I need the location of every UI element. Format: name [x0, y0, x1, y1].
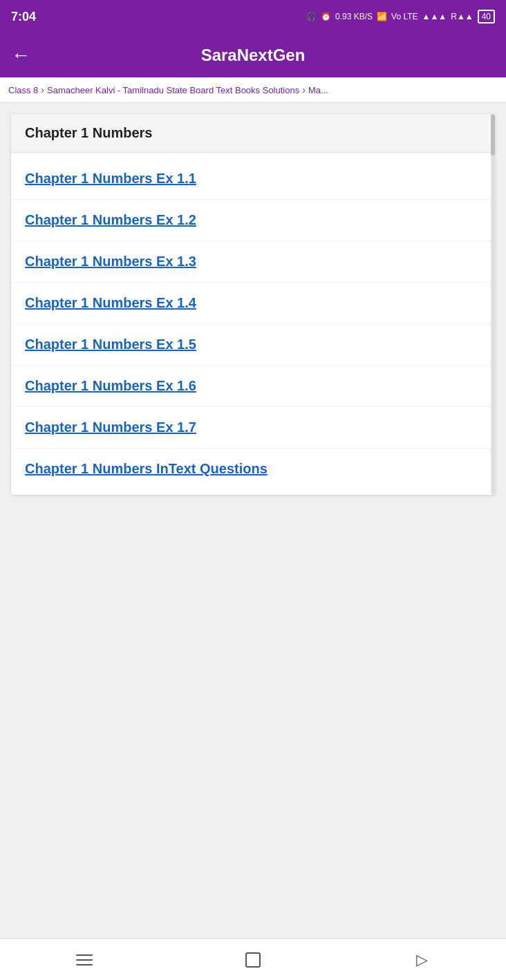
volte-icon: Vo LTE: [391, 12, 418, 21]
breadcrumb-class8[interactable]: Class 8: [8, 85, 38, 95]
bottom-nav: ◁: [0, 939, 506, 980]
back-button[interactable]: ←: [11, 46, 30, 65]
scroll-indicator: [491, 114, 495, 495]
scroll-thumb: [491, 114, 495, 156]
chapter-link-3[interactable]: Chapter 1 Numbers Ex 1.3: [11, 241, 495, 283]
card-body: Chapter 1 Numbers Ex 1.1 Chapter 1 Numbe…: [11, 153, 495, 495]
status-time: 7:04: [11, 10, 36, 24]
chapter-link-7[interactable]: Chapter 1 Numbers Ex 1.7: [11, 407, 495, 449]
breadcrumb-ma[interactable]: Ma...: [308, 85, 328, 95]
chapter-card: Chapter 1 Numbers Chapter 1 Numbers Ex 1…: [11, 114, 495, 495]
square-icon: [245, 952, 261, 968]
signal-icon: ▲▲▲: [422, 12, 447, 21]
back-nav-button[interactable]: ◁: [401, 946, 442, 974]
chapter-link-2[interactable]: Chapter 1 Numbers Ex 1.2: [11, 200, 495, 241]
breadcrumb-separator-2: ›: [302, 84, 306, 95]
chapter-link-1[interactable]: Chapter 1 Numbers Ex 1.1: [11, 158, 495, 200]
wifi-icon: 📶: [377, 12, 387, 21]
spacer: [11, 495, 495, 633]
chapter-link-6[interactable]: Chapter 1 Numbers Ex 1.6: [11, 366, 495, 407]
home-button[interactable]: [232, 946, 274, 974]
breadcrumb-separator-1: ›: [41, 84, 44, 95]
menu-icon: [76, 954, 93, 965]
back-nav-icon: ◁: [416, 951, 428, 969]
main-content: Chapter 1 Numbers Chapter 1 Numbers Ex 1…: [0, 103, 506, 939]
alarm-icon: ⏰: [321, 12, 331, 21]
chapter-link-5[interactable]: Chapter 1 Numbers Ex 1.5: [11, 324, 495, 366]
menu-button[interactable]: [64, 946, 105, 974]
card-header-title: Chapter 1 Numbers: [25, 125, 153, 140]
battery-icon: 40: [478, 10, 495, 23]
chapter-link-4[interactable]: Chapter 1 Numbers Ex 1.4: [11, 283, 495, 324]
chapter-link-intext[interactable]: Chapter 1 Numbers InText Questions: [11, 449, 495, 489]
r-signal-icon: R▲▲: [451, 12, 473, 21]
data-speed: 0.93 KB/S: [335, 12, 373, 21]
app-bar: ← SaraNextGen: [0, 33, 506, 77]
status-bar: 7:04 🎧 ⏰ 0.93 KB/S 📶 Vo LTE ▲▲▲ R▲▲ 40: [0, 0, 506, 33]
app-title: SaraNextGen: [41, 46, 465, 65]
breadcrumb: Class 8 › Samacheer Kalvi - Tamilnadu St…: [0, 77, 506, 103]
breadcrumb-samacheer[interactable]: Samacheer Kalvi - Tamilnadu State Board …: [47, 85, 299, 95]
status-icons: 🎧 ⏰ 0.93 KB/S 📶 Vo LTE ▲▲▲ R▲▲ 40: [306, 10, 495, 23]
card-header: Chapter 1 Numbers: [11, 114, 495, 153]
headphone-icon: 🎧: [306, 12, 317, 21]
